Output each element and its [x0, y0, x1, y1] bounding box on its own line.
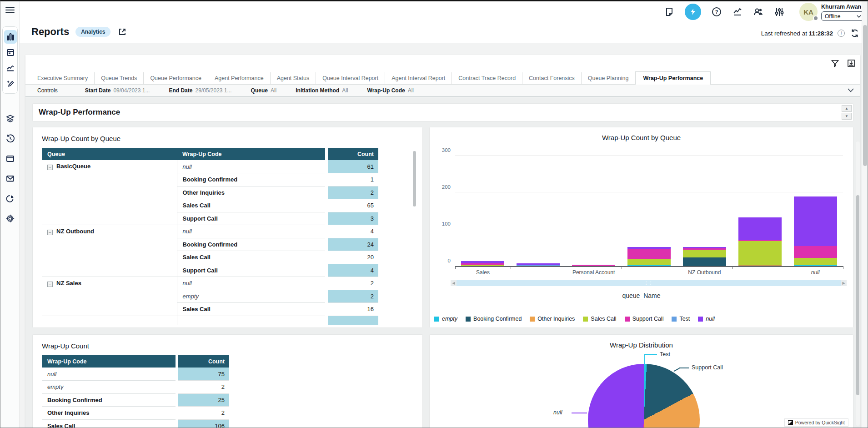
pie-chart[interactable] — [588, 364, 700, 428]
wrapup-code-cell: null — [42, 368, 177, 381]
col-header-count: Count — [326, 148, 378, 160]
stacked-bar-unlabeled-3[interactable] — [627, 247, 671, 266]
sidebar-item-mail[interactable] — [4, 171, 16, 185]
legend-swatch — [466, 317, 471, 322]
legend-item-booking-confirmed[interactable]: Booking Confirmed — [466, 316, 522, 322]
filter-icon[interactable] — [830, 59, 839, 68]
powered-by-quicksight-badge[interactable]: Powered by QuickSight — [784, 418, 848, 427]
tab-contract-trace-record[interactable]: Contract Trace Record — [452, 72, 522, 84]
sidebar-item-settings[interactable] — [4, 211, 16, 225]
info-icon[interactable]: i — [838, 30, 845, 37]
filter-end-date[interactable]: End Date29/05/2023 1... — [169, 87, 231, 94]
legend-label: Sales Call — [591, 316, 616, 322]
legend-item-support-call[interactable]: Support Call — [625, 316, 664, 322]
bar-segment-support-call — [572, 265, 615, 266]
sidebar-item-reports[interactable] — [4, 30, 17, 44]
notes-icon[interactable] — [664, 6, 675, 17]
wrapup-code-cell: Sales Call — [177, 303, 326, 316]
pivot-table-title: Wrap-Up Count by Queue — [33, 127, 422, 148]
settings-sliders-icon[interactable] — [774, 6, 785, 17]
stacked-bar-personal-account[interactable] — [572, 265, 615, 266]
sheet-area: Wrap-Up Performance ▲ ▼ Wrap-Up Count by… — [25, 97, 860, 428]
page-title: Reports — [31, 26, 69, 38]
panel-scrollbar-thumb[interactable] — [856, 195, 859, 395]
sidebar-item-history[interactable] — [4, 131, 16, 145]
scroll-left-button[interactable]: ◀ — [451, 280, 457, 286]
sidebar-item-layers[interactable] — [4, 111, 16, 125]
stacked-bar-unlabeled-1[interactable] — [517, 263, 560, 266]
controls-collapse-icon[interactable] — [848, 87, 854, 94]
count-cell: 75 — [177, 368, 229, 381]
collapse-group-icon[interactable]: − — [47, 282, 53, 287]
filter-initiation-method[interactable]: Initiation MethodAll — [296, 87, 348, 94]
table-row: −BasicQueuenull61 — [42, 160, 378, 173]
count-cell: 1 — [326, 173, 378, 186]
sidebar-item-browser[interactable] — [4, 151, 16, 165]
spinner-up-button[interactable]: ▲ — [842, 105, 852, 112]
tab-queue-performance[interactable]: Queue Performance — [144, 72, 208, 84]
pie-chart-card: Wrap-Up Distribution Test Support Call n… — [430, 335, 853, 428]
refresh-icon[interactable] — [849, 28, 860, 39]
legend-item-test[interactable]: Test — [672, 316, 690, 322]
tab-agent-interval-report[interactable]: Agent Interval Report — [385, 72, 452, 84]
tab-contact-forensics[interactable]: Contact Forensics — [522, 72, 582, 84]
sidebar-nav-group — [2, 26, 18, 94]
table-scrollbar-thumb[interactable] — [413, 151, 416, 206]
count-cell: 2 — [177, 407, 229, 420]
scroll-right-button[interactable]: ▶ — [841, 280, 847, 286]
legend-label: null — [706, 316, 714, 322]
left-sidebar — [0, 1, 20, 428]
filter-queue[interactable]: QueueAll — [251, 87, 277, 94]
tab-queue-trends[interactable]: Queue Trends — [95, 72, 144, 84]
collapse-group-icon[interactable]: − — [47, 230, 53, 235]
bar-segment-sales-call — [461, 265, 504, 266]
scrollbar-grip: ⋮⋮ — [644, 282, 653, 285]
analytics-badge: Analytics — [75, 27, 110, 37]
tab-executive-summary[interactable]: Executive Summary — [31, 72, 95, 84]
help-icon[interactable]: ? — [711, 6, 722, 17]
controls-bar: Controls Start Date09/04/2023 1...End Da… — [25, 85, 860, 97]
x-axis-tick — [843, 266, 843, 269]
legend-item-other-inquiries[interactable]: Other Inquiries — [530, 316, 575, 322]
tab-agent-status[interactable]: Agent Status — [271, 72, 316, 84]
filter-start-date[interactable]: Start Date09/04/2023 1... — [85, 87, 150, 94]
sidebar-item-designer[interactable] — [4, 76, 17, 90]
avatar-initials: KA — [803, 8, 813, 16]
tab-queue-planning[interactable]: Queue Planning — [582, 72, 636, 84]
stacked-bar-sales[interactable] — [461, 261, 504, 266]
export-icon[interactable] — [847, 59, 856, 68]
legend-item-sales-call[interactable]: Sales Call — [583, 316, 616, 322]
sidebar-item-analytics-pie[interactable] — [4, 191, 16, 205]
metrics-icon[interactable] — [732, 6, 743, 17]
pie-label-line-support-h — [679, 368, 689, 368]
collapse-group-icon[interactable]: − — [47, 165, 53, 170]
stacked-bar-nz-outbound[interactable] — [683, 247, 726, 266]
tab-agent-performance[interactable]: Agent Performance — [208, 72, 271, 84]
spinner-down-button[interactable]: ▼ — [842, 113, 852, 120]
tab-queue-interval-report[interactable]: Queue Interval Report — [316, 72, 385, 84]
count-table: Wrap-Up CodeCountnull75empty2Booking Con… — [42, 355, 229, 428]
filter-wrap-up-code[interactable]: Wrap-Up CodeAll — [367, 87, 414, 94]
legend-item-null[interactable]: null — [698, 316, 714, 322]
quick-actions-button[interactable] — [685, 4, 701, 20]
count-table-title: Wrap-Up Count — [33, 335, 422, 355]
open-external-icon[interactable] — [117, 26, 128, 37]
contacts-icon[interactable] — [753, 6, 764, 17]
legend-item-empty[interactable]: empty — [434, 316, 457, 322]
legend-label: Test — [679, 316, 690, 322]
status-select[interactable]: Offline — [821, 11, 865, 21]
chart-horizontal-scrollbar[interactable]: ◀ ⋮⋮ ▶ — [451, 280, 847, 286]
sidebar-item-metrics[interactable] — [4, 61, 17, 75]
table-row: Booking Confirmed25 — [42, 393, 229, 407]
sidebar-item-calendar[interactable] — [4, 45, 17, 59]
avatar[interactable]: KA — [799, 3, 818, 21]
pie-label-support-call: Support Call — [692, 364, 723, 371]
tab-wrap-up-performance[interactable]: Wrap-Up Performance — [635, 71, 711, 85]
line-chart-icon — [6, 64, 15, 72]
hamburger-menu-icon[interactable] — [5, 7, 15, 14]
bar-segment-support-call — [627, 249, 671, 260]
stacked-bar-null[interactable] — [794, 196, 837, 266]
wrapup-code-cell: Other Inquiries — [177, 186, 326, 199]
window-scrollbar-thumb[interactable] — [863, 25, 867, 166]
stacked-bar-unlabeled-5[interactable] — [738, 217, 782, 266]
